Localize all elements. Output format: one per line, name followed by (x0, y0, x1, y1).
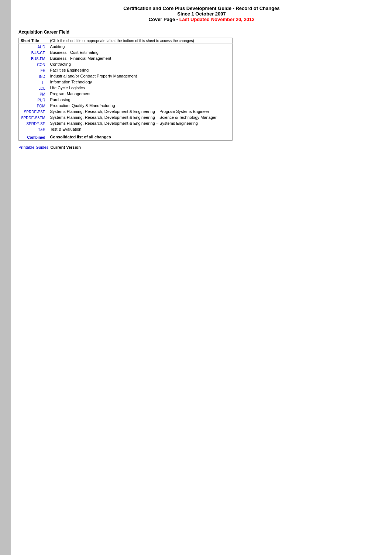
short-title-pm: PM (19, 91, 48, 97)
short-title-pqm: PQM (19, 103, 48, 109)
left-sidebar (0, 0, 11, 555)
short-title-lcl: LCL (19, 85, 48, 91)
desc-pqm: Production, Quality & Manufacturing (48, 103, 233, 109)
link-con[interactable]: CON (37, 63, 45, 67)
desc-con: Contracting (48, 62, 233, 68)
desc-sprde-stm: Systems Planning, Research, Development … (48, 115, 233, 121)
link-fe[interactable]: FE (41, 69, 45, 73)
link-bus-fm[interactable]: BUS-FM (31, 57, 45, 61)
short-title-fe: FE (19, 68, 48, 73)
desc-it: Information Technology (48, 79, 233, 85)
col-short-header: Short Title (19, 38, 48, 44)
link-tae[interactable]: T&E (38, 128, 45, 132)
table-row: PUR Purchasing (19, 97, 233, 103)
desc-bus-fm: Business - Financial Management (48, 56, 233, 62)
table-row: BUS-FM Business - Financial Management (19, 56, 233, 62)
link-combined[interactable]: Combined (27, 135, 45, 139)
desc-sprde-pse: Systems Planning, Research, Development … (48, 109, 233, 115)
last-updated-text: Last Updated November 20, 2012 (179, 17, 255, 22)
short-title-bus-ce: BUS-CE (19, 50, 48, 56)
printable-guides-link[interactable]: Printable Guides (18, 145, 48, 149)
link-pur[interactable]: PUR (37, 98, 45, 102)
table-header-row: Short Title (Click the short title or ap… (19, 38, 233, 44)
title-line3: Cover Page - Last Updated November 20, 2… (18, 17, 385, 22)
short-title-combined: Combined (19, 132, 48, 141)
short-title-bus-fm: BUS-FM (19, 56, 48, 62)
main-content: Certification and Core Plus Development … (11, 0, 392, 555)
desc-bus-ce: Business - Cost Estimating (48, 50, 233, 56)
table-row: FE Facilities Engineering (19, 68, 233, 73)
desc-fe: Facilities Engineering (48, 68, 233, 73)
table-row: CON Contracting (19, 62, 233, 68)
link-sprde-stm[interactable]: SPRDE-S&TM (21, 116, 45, 120)
desc-lcl: Life Cycle Logistics (48, 85, 233, 91)
career-table: Short Title (Click the short title or ap… (18, 38, 233, 141)
desc-tae: Test & Evaluation (48, 127, 233, 132)
link-pqm[interactable]: PQM (37, 104, 45, 108)
page-title: Certification and Core Plus Development … (18, 6, 385, 22)
short-title-aud: AUD (19, 44, 48, 50)
table-row: AUD Auditing (19, 44, 233, 50)
title-line2: Since 1 October 2007 (18, 11, 385, 17)
table-row: SPRDE-SE Systems Planning, Research, Dev… (19, 121, 233, 127)
short-title-pur: PUR (19, 97, 48, 103)
title-line1: Certification and Core Plus Development … (18, 6, 385, 11)
table-row: PM Program Management (19, 91, 233, 97)
printable-guides-row: Printable Guides Current Version (18, 145, 385, 149)
table-row: T&E Test & Evaluation (19, 127, 233, 132)
table-row: SPRDE-S&TM Systems Planning, Research, D… (19, 115, 233, 121)
desc-pm: Program Management (48, 91, 233, 97)
table-row: IND Industrial and/or Contract Property … (19, 73, 233, 79)
table-row: SPRDE-PSE Systems Planning, Research, De… (19, 109, 233, 115)
link-sprde-se[interactable]: SPRDE-SE (26, 122, 45, 126)
table-row: PQM Production, Quality & Manufacturing (19, 103, 233, 109)
current-version-label: Current Version (50, 145, 81, 149)
short-title-tae: T&E (19, 127, 48, 132)
table-row: IT Information Technology (19, 79, 233, 85)
section-heading: Acquisition Career Field (18, 30, 385, 35)
short-title-it: IT (19, 79, 48, 85)
desc-combined: Consolidated list of all changes (48, 132, 233, 141)
short-title-sprde-pse: SPRDE-PSE (19, 109, 48, 115)
desc-pur: Purchasing (48, 97, 233, 103)
link-it[interactable]: IT (42, 80, 45, 85)
col-desc-header: (Click the short title or appropriate ta… (48, 38, 233, 44)
combined-row: Combined Consolidated list of all change… (19, 132, 233, 141)
link-ind[interactable]: IND (39, 75, 45, 79)
short-title-con: CON (19, 62, 48, 68)
desc-ind: Industrial and/or Contract Property Mana… (48, 73, 233, 79)
desc-aud: Auditing (48, 44, 233, 50)
short-title-ind: IND (19, 73, 48, 79)
table-row: LCL Life Cycle Logistics (19, 85, 233, 91)
short-title-sprde-se: SPRDE-SE (19, 121, 48, 127)
link-sprde-pse[interactable]: SPRDE-PSE (24, 110, 45, 114)
link-bus-ce[interactable]: BUS-CE (31, 51, 45, 55)
link-lcl[interactable]: LCL (38, 86, 45, 90)
link-aud[interactable]: AUD (37, 45, 45, 49)
table-row: BUS-CE Business - Cost Estimating (19, 50, 233, 56)
short-title-sprde-s-tm: SPRDE-S&TM (19, 115, 48, 121)
link-pm[interactable]: PM (40, 92, 45, 96)
desc-sprde-se: Systems Planning, Research, Development … (48, 121, 233, 127)
